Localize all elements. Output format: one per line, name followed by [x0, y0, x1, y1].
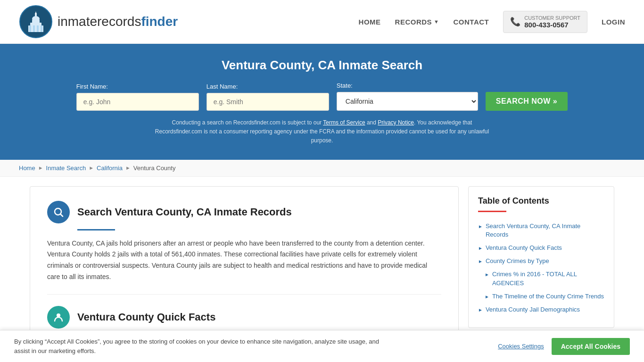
- toc-item-5[interactable]: ► The Timeline of the County Crime Trend…: [478, 290, 604, 303]
- breadcrumb-california[interactable]: California: [97, 165, 123, 172]
- main-nav: HOME RECORDS ▼ CONTACT 📞 CUSTOMER SUPPOR…: [359, 11, 625, 33]
- toc-chevron-3: ►: [478, 258, 483, 265]
- terms-link[interactable]: Terms of Service: [323, 119, 365, 126]
- toc-item-1[interactable]: ► Search Ventura County, CA Inmate Recor…: [478, 220, 604, 241]
- nav-contact[interactable]: CONTACT: [454, 18, 489, 26]
- toc-title: Table of Contents: [478, 196, 604, 206]
- support-phone[interactable]: 800-433-0567: [524, 21, 580, 29]
- toc-box: Table of Contents ► Search Ventura Count…: [468, 186, 614, 329]
- cookie-banner: By clicking “Accept All Cookies”, you ag…: [0, 330, 644, 362]
- last-name-label: Last Name:: [206, 83, 238, 90]
- last-name-input[interactable]: [206, 93, 329, 111]
- svg-rect-10: [41, 25, 42, 32]
- cookie-actions: Cookies Settings Accept All Cookies: [498, 338, 630, 355]
- state-group: State: California Alabama Alaska Arizona…: [337, 82, 478, 111]
- section1-body: Ventura County, CA jails hold prisoners …: [47, 238, 441, 283]
- svg-rect-9: [37, 25, 39, 32]
- breadcrumb-home[interactable]: Home: [19, 165, 35, 172]
- section-divider: [47, 294, 441, 295]
- nav-records[interactable]: RECORDS ▼: [395, 18, 439, 26]
- privacy-link[interactable]: Privacy Notice: [378, 119, 414, 126]
- search-button[interactable]: SEARCH NOW »: [486, 92, 568, 111]
- logo-icon: [19, 5, 53, 39]
- section1-heading: Search Ventura County, CA Inmate Records: [77, 206, 292, 218]
- hero-title: Ventura County, CA Inmate Search: [19, 58, 625, 73]
- phone-icon: 📞: [510, 16, 520, 27]
- section1-icon: [47, 201, 70, 223]
- section2-icon: [47, 306, 70, 329]
- hero-section: Ventura County, CA Inmate Search First N…: [0, 44, 644, 160]
- search-form: First Name: Last Name: State: California…: [19, 82, 625, 111]
- section1-underline: [77, 229, 115, 230]
- nav-login[interactable]: LOGIN: [602, 18, 625, 26]
- breadcrumb-sep-1: ►: [38, 165, 43, 171]
- breadcrumb-sep-2: ►: [89, 165, 94, 171]
- breadcrumb-inmate-search[interactable]: Inmate Search: [46, 165, 86, 172]
- first-name-group: First Name:: [76, 83, 199, 111]
- toc-chevron-1: ►: [478, 223, 483, 230]
- customer-support: 📞 CUSTOMER SUPPORT 800-433-0567: [503, 11, 587, 33]
- breadcrumb: Home ► Inmate Search ► California ► Vent…: [0, 160, 644, 177]
- toc-item-4[interactable]: ► Crimes % in 2016 - TOTAL ALL AGENCIES: [478, 268, 604, 289]
- state-label: State:: [337, 82, 353, 89]
- records-chevron-icon: ▼: [434, 19, 439, 25]
- toc-divider: [478, 211, 506, 212]
- section1-title-area: Search Ventura County, CA Inmate Records: [47, 201, 441, 223]
- toc-item-6[interactable]: ► Ventura County Jail Demographics: [478, 303, 604, 316]
- breadcrumb-current: Ventura County: [133, 165, 176, 172]
- section2-heading: Ventura County Quick Facts: [77, 311, 215, 323]
- accept-cookies-button[interactable]: Accept All Cookies: [552, 338, 630, 355]
- toc-chevron-2: ►: [478, 245, 483, 252]
- section2-title-area: Ventura County Quick Facts: [47, 306, 441, 329]
- last-name-group: Last Name:: [206, 83, 329, 111]
- toc-chevron-5: ►: [485, 294, 489, 300]
- first-name-label: First Name:: [76, 83, 108, 90]
- state-select[interactable]: California Alabama Alaska Arizona Arkans…: [337, 92, 478, 111]
- toc-item-2[interactable]: ► Ventura County Quick Facts: [478, 241, 604, 255]
- disclaimer-text: Conducting a search on Recordsfinder.com…: [152, 118, 492, 146]
- toc-item-3[interactable]: ► County Crimes by Type: [478, 255, 604, 268]
- first-name-input[interactable]: [76, 93, 199, 111]
- support-label: CUSTOMER SUPPORT: [524, 15, 580, 21]
- toc-chevron-6: ►: [478, 307, 483, 313]
- logo[interactable]: inmaterecordsfinder: [19, 5, 178, 39]
- svg-rect-8: [33, 25, 35, 32]
- svg-rect-7: [29, 25, 31, 32]
- cookies-settings-button[interactable]: Cookies Settings: [498, 343, 544, 350]
- site-header: inmaterecordsfinder HOME RECORDS ▼ CONTA…: [0, 0, 644, 44]
- cookie-text: By clicking “Accept All Cookies”, you ag…: [14, 337, 382, 355]
- breadcrumb-sep-3: ►: [125, 165, 131, 171]
- nav-home[interactable]: HOME: [359, 18, 381, 26]
- logo-text: inmaterecordsfinder: [58, 14, 178, 29]
- toc-chevron-4: ►: [485, 272, 489, 278]
- svg-line-12: [61, 214, 63, 216]
